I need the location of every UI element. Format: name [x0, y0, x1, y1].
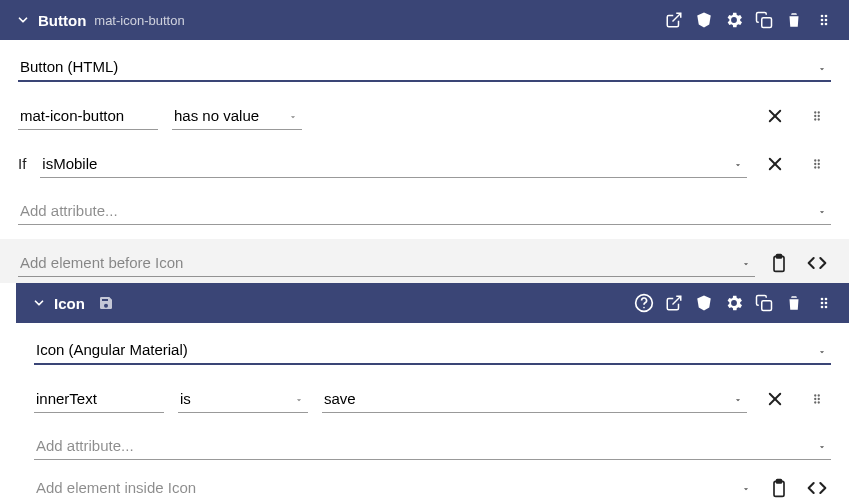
svg-point-14 [814, 115, 816, 117]
svg-point-15 [818, 115, 820, 117]
svg-line-0 [673, 13, 681, 21]
save-icon[interactable] [91, 288, 121, 318]
collapse-toggle[interactable] [28, 296, 50, 310]
svg-point-36 [825, 298, 828, 301]
svg-point-16 [814, 118, 816, 120]
delete-icon[interactable] [779, 288, 809, 318]
svg-point-46 [814, 394, 816, 396]
svg-point-22 [818, 159, 820, 161]
svg-point-32 [643, 307, 645, 309]
style-icon[interactable] [689, 288, 719, 318]
open-external-icon[interactable] [659, 288, 689, 318]
add-element-before-row [0, 239, 849, 283]
svg-point-7 [825, 23, 828, 26]
add-element-before-input[interactable] [18, 250, 755, 277]
svg-point-24 [818, 163, 820, 165]
attribute-name-input[interactable] [34, 386, 164, 413]
svg-point-2 [821, 15, 824, 18]
button-panel-body: If [0, 40, 849, 178]
gear-icon[interactable] [719, 288, 749, 318]
drag-handle-icon[interactable] [809, 288, 839, 318]
svg-rect-1 [762, 18, 772, 28]
svg-rect-30 [777, 255, 782, 258]
svg-point-17 [818, 118, 820, 120]
attribute-operator-select[interactable] [178, 386, 308, 413]
svg-point-50 [814, 401, 816, 403]
panel-title: Button [38, 12, 86, 29]
svg-rect-55 [777, 480, 782, 483]
svg-point-3 [825, 15, 828, 18]
svg-point-12 [814, 111, 816, 113]
svg-point-35 [821, 298, 824, 301]
code-icon[interactable] [803, 249, 831, 277]
svg-point-21 [814, 159, 816, 161]
style-icon[interactable] [689, 5, 719, 35]
drag-handle-icon[interactable] [803, 385, 831, 413]
add-attribute-input[interactable] [34, 433, 831, 460]
svg-point-37 [821, 302, 824, 305]
svg-point-26 [818, 166, 820, 168]
icon-panel-body [16, 323, 849, 413]
panel-title: Icon [54, 295, 85, 312]
copy-icon[interactable] [749, 288, 779, 318]
svg-rect-34 [762, 301, 772, 311]
help-icon[interactable] [629, 288, 659, 318]
add-element-inside-input[interactable] [34, 475, 755, 500]
attribute-value-input[interactable] [322, 386, 747, 413]
attribute-operator-select[interactable] [172, 103, 302, 130]
drag-handle-icon[interactable] [803, 150, 831, 178]
svg-point-38 [825, 302, 828, 305]
svg-point-47 [818, 394, 820, 396]
svg-point-51 [818, 401, 820, 403]
element-type-select[interactable] [34, 337, 831, 365]
add-element-inside-row [16, 474, 849, 500]
if-condition-input[interactable] [40, 151, 747, 178]
paste-icon[interactable] [765, 474, 793, 500]
remove-attribute-icon[interactable] [761, 385, 789, 413]
remove-condition-icon[interactable] [761, 150, 789, 178]
collapse-toggle[interactable] [12, 13, 34, 27]
svg-point-25 [814, 166, 816, 168]
button-panel-header: Button mat-icon-button [0, 0, 849, 40]
svg-point-23 [814, 163, 816, 165]
add-attribute-input[interactable] [18, 198, 831, 225]
svg-point-39 [821, 306, 824, 309]
element-type-select[interactable] [18, 54, 831, 82]
panel-subtitle: mat-icon-button [94, 13, 184, 28]
if-label: If [18, 155, 26, 178]
remove-attribute-icon[interactable] [761, 102, 789, 130]
svg-point-40 [825, 306, 828, 309]
copy-icon[interactable] [749, 5, 779, 35]
svg-point-49 [818, 398, 820, 400]
drag-handle-icon[interactable] [809, 5, 839, 35]
gear-icon[interactable] [719, 5, 749, 35]
svg-line-33 [673, 296, 681, 304]
svg-point-5 [825, 19, 828, 22]
svg-point-6 [821, 23, 824, 26]
drag-handle-icon[interactable] [803, 102, 831, 130]
svg-point-4 [821, 19, 824, 22]
paste-icon[interactable] [765, 249, 793, 277]
add-attribute-row [16, 433, 849, 474]
svg-point-48 [814, 398, 816, 400]
icon-panel-header: Icon [16, 283, 849, 323]
open-external-icon[interactable] [659, 5, 689, 35]
code-icon[interactable] [803, 474, 831, 500]
add-attribute-row [0, 198, 849, 239]
attribute-name-input[interactable] [18, 103, 158, 130]
svg-point-13 [818, 111, 820, 113]
delete-icon[interactable] [779, 5, 809, 35]
